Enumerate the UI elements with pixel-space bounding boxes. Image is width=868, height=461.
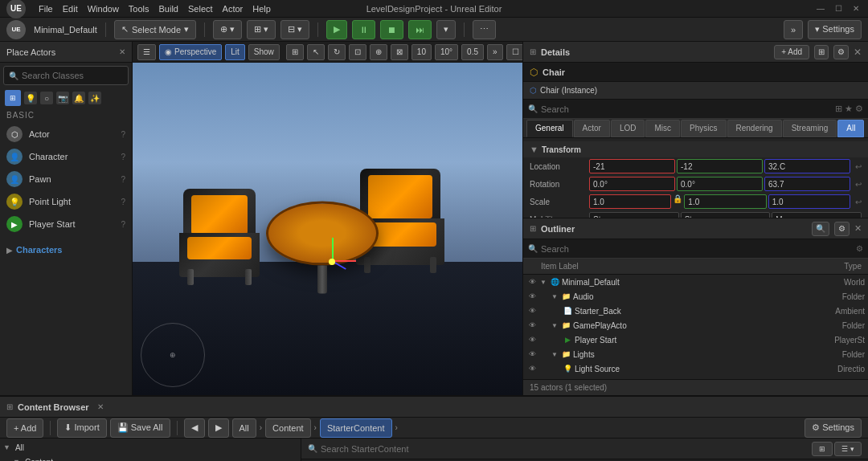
scale-x[interactable]: 1.0 xyxy=(589,194,671,209)
cb-all-item[interactable]: ▼ All xyxy=(0,440,301,455)
platform-button[interactable]: » xyxy=(784,20,803,39)
tab-lod[interactable]: LOD xyxy=(611,120,645,137)
menu-help[interactable]: Help xyxy=(252,4,271,14)
eye-lights[interactable]: 👁 xyxy=(526,349,538,360)
viewport-lit[interactable]: Lit xyxy=(225,44,245,60)
cb-save-all-button[interactable]: 💾 Save All xyxy=(110,418,170,438)
details-search[interactable]: 🔍 ⊞ ★ ⚙ xyxy=(523,100,868,119)
add-content-button[interactable]: ⊕ ▾ xyxy=(213,20,242,39)
extra-play-btn[interactable]: ▾ xyxy=(436,20,456,39)
maximize-button[interactable]: ☐ xyxy=(833,3,844,14)
outliner-light-source[interactable]: 👁 💡 Light Source Directio xyxy=(523,361,868,376)
cb-starter-content-btn[interactable]: StarterContent xyxy=(320,418,392,438)
menu-edit[interactable]: Edit xyxy=(63,4,78,14)
rotation-x[interactable]: 0.0° xyxy=(589,177,675,191)
scale-reset[interactable]: ↩ xyxy=(855,198,862,206)
filter-trigger[interactable]: 🔔 xyxy=(72,92,85,104)
vt-grid-btn[interactable]: ⊞ xyxy=(286,44,304,60)
outliner-gameplay[interactable]: 👁 ▼ 📁 GamePlayActo Folder xyxy=(523,318,868,332)
outliner-lights[interactable]: 👁 ▼ 📁 Lights Folder xyxy=(523,347,868,361)
filter-camera[interactable]: 📷 xyxy=(56,92,69,104)
location-y[interactable]: -12 xyxy=(677,159,763,173)
vt-more[interactable]: » xyxy=(487,44,503,60)
place-actors-close[interactable]: ✕ xyxy=(119,47,125,56)
cb-add-button[interactable]: + Add xyxy=(6,418,43,438)
characters-header[interactable]: ▶ Characters xyxy=(0,242,132,258)
stop-button[interactable]: ⏹ xyxy=(380,20,403,39)
scale-y[interactable]: 1.0 xyxy=(684,194,766,209)
transform-section-header[interactable]: ▼ Transform xyxy=(523,141,868,157)
filter-shape[interactable]: ○ xyxy=(40,92,53,104)
tab-misc[interactable]: Misc xyxy=(645,120,680,137)
search-input[interactable] xyxy=(22,71,123,80)
expand-world[interactable]: ▼ xyxy=(539,278,547,286)
cb-content-item[interactable]: ▼ Content xyxy=(0,455,301,461)
menu-build[interactable]: Build xyxy=(159,4,178,14)
outliner-world[interactable]: 👁 ▼ 🌐 Minimal_Default World xyxy=(523,275,868,289)
cb-search-bar[interactable]: 🔍 ⊞ ☰ ▾ xyxy=(301,439,868,459)
cb-all-btn[interactable]: All xyxy=(232,418,256,438)
actor-item-character[interactable]: 👤 Character ? xyxy=(0,145,132,168)
scale-z[interactable]: 1.0 xyxy=(768,194,850,209)
details-options-button[interactable]: ⚙ xyxy=(833,45,849,59)
rotation-z[interactable]: 63.7 xyxy=(764,177,850,191)
eye-audio[interactable]: 👁 xyxy=(526,291,538,302)
outliner-search-input[interactable] xyxy=(541,244,853,254)
menu-file[interactable]: File xyxy=(39,4,53,14)
outliner-audio[interactable]: 👁 ▼ 📁 Audio Folder xyxy=(523,289,868,304)
settings-button[interactable]: ▾ Settings xyxy=(808,20,862,39)
actor-item-pointlight[interactable]: 💡 Point Light ? xyxy=(0,190,132,213)
cb-tab-x[interactable]: ✕ xyxy=(97,402,104,411)
outliner-search[interactable]: 🔍 ⚙ xyxy=(523,239,868,259)
advance-frame-button[interactable]: ⏭ xyxy=(408,20,432,39)
cb-sort-btn[interactable]: ☰ ▾ xyxy=(834,442,862,456)
details-search-options[interactable]: ⊞ ★ ⚙ xyxy=(835,104,863,114)
close-button[interactable]: ✕ xyxy=(850,3,862,14)
filter-visual[interactable]: ✨ xyxy=(88,92,101,104)
menu-window[interactable]: Window xyxy=(88,4,119,14)
vt-rotation-snap[interactable]: 10° xyxy=(435,44,458,60)
eye-gameplay[interactable]: 👁 xyxy=(526,320,538,331)
viewport-menu-btn[interactable]: ☰ xyxy=(137,44,156,60)
viewport-show[interactable]: Show xyxy=(248,44,280,60)
filter-light[interactable]: 💡 xyxy=(24,92,37,104)
mode-btn-2[interactable]: ⊟ ▾ xyxy=(280,20,309,39)
actor-item-pawn[interactable]: 👤 Pawn ? xyxy=(0,168,132,190)
vt-rotate-btn[interactable]: ↻ xyxy=(328,44,346,60)
rotation-reset[interactable]: ↩ xyxy=(855,180,862,189)
expand-lights[interactable]: ▼ xyxy=(551,350,559,358)
mobility-mov[interactable]: Mov xyxy=(772,212,862,218)
mobility-sta1[interactable]: Sta xyxy=(589,212,679,218)
actor-item-actor[interactable]: ⬡ Actor ? xyxy=(0,123,132,145)
eye-player-start[interactable]: 👁 xyxy=(526,334,538,345)
location-x[interactable]: -21 xyxy=(589,159,675,173)
outliner-close[interactable]: ✕ xyxy=(854,223,862,234)
minimize-button[interactable]: — xyxy=(815,3,826,14)
tab-streaming[interactable]: Streaming xyxy=(783,120,837,137)
vt-scale-btn[interactable]: ⊡ xyxy=(349,44,366,60)
viewport-3d[interactable]: ⊕ xyxy=(133,63,522,395)
play-button[interactable]: ▶ xyxy=(326,20,347,39)
pause-button[interactable]: ⏸ xyxy=(352,20,375,39)
menu-tools[interactable]: Tools xyxy=(129,4,149,14)
filter-all[interactable]: ⊞ xyxy=(5,90,21,106)
tab-all[interactable]: All xyxy=(837,120,864,137)
expand-audio[interactable]: ▼ xyxy=(551,292,559,300)
tab-actor[interactable]: Actor xyxy=(574,120,610,137)
location-reset[interactable]: ↩ xyxy=(855,162,862,171)
menu-actor[interactable]: Actor xyxy=(223,4,244,14)
mobility-sta2[interactable]: Sta xyxy=(681,212,771,218)
select-mode-button[interactable]: ↖ Select Mode ▾ xyxy=(114,20,196,39)
scale-lock[interactable]: 🔒 xyxy=(673,194,682,209)
outliner-search-options[interactable]: ⚙ xyxy=(856,244,863,253)
expand-gameplay[interactable]: ▼ xyxy=(551,321,559,329)
place-actors-search[interactable]: 🔍 xyxy=(3,66,129,85)
vt-snap-surface[interactable]: ⊠ xyxy=(391,44,408,60)
location-z[interactable]: 32.C xyxy=(764,159,850,173)
vt-grid-size[interactable]: 10 xyxy=(411,44,432,60)
eye-starter-back[interactable]: 👁 xyxy=(526,305,538,316)
viewport-perspective[interactable]: ◉ Perspective xyxy=(159,44,222,60)
tab-physics[interactable]: Physics xyxy=(681,120,726,137)
more-options[interactable]: ⋯ xyxy=(473,20,496,39)
cb-search-input[interactable] xyxy=(321,444,809,454)
